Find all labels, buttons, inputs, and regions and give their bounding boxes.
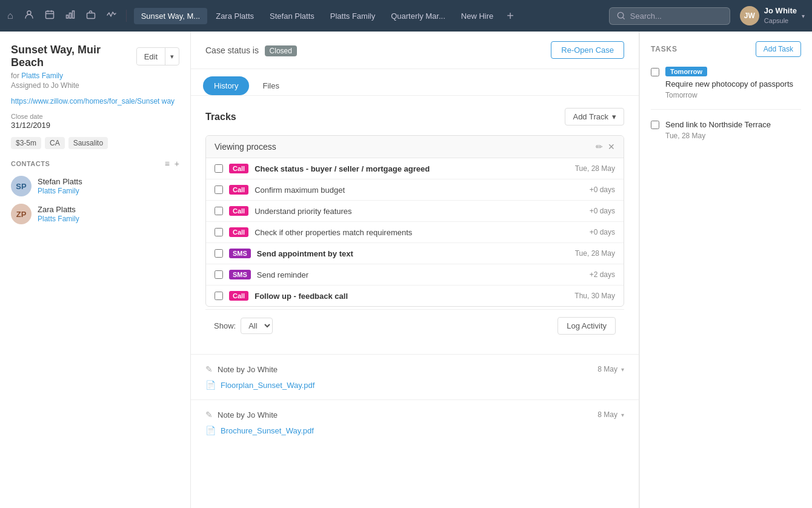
calendar-icon[interactable]: [45, 10, 55, 22]
user-info: Jo White Capsule: [764, 6, 797, 25]
note-author-0: ✎ Note by Jo White: [205, 364, 278, 374]
add-task-button[interactable]: Add Task: [756, 41, 801, 57]
tag-price[interactable]: $3-5m: [11, 137, 41, 149]
show-select[interactable]: All: [241, 318, 273, 334]
nav-tabs: Sunset Way, M... Zara Platts Stefan Plat…: [134, 7, 607, 25]
track-item-date-5: +2 days: [590, 270, 615, 279]
activity-icon[interactable]: [107, 10, 116, 22]
note-file-link-0[interactable]: 📄 Floorplan_Sunset_Way.pdf: [205, 380, 624, 390]
home-icon[interactable]: ⌂: [7, 10, 13, 21]
briefcase-icon[interactable]: [86, 10, 96, 22]
contacts-add-icon[interactable]: +: [175, 159, 179, 169]
track-badge-call-0: Call: [229, 164, 248, 173]
tab-history[interactable]: History: [203, 76, 249, 95]
note-chevron-icon-1[interactable]: ▾: [621, 412, 624, 418]
track-item-date-4: Tue, 28 May: [575, 249, 615, 258]
contact-org-zara[interactable]: Platts Family: [38, 215, 79, 223]
show-filter: Show: All: [214, 318, 273, 334]
track-checkbox-2[interactable]: [215, 207, 223, 215]
tab-files[interactable]: Files: [251, 76, 290, 95]
note-item-0: ✎ Note by Jo White 8 May ▾ 📄 Floorplan_S…: [191, 354, 639, 399]
track-checkbox-6[interactable]: [215, 292, 223, 300]
nav-tab-sunset[interactable]: Sunset Way, M...: [134, 8, 208, 24]
add-track-button[interactable]: Add Track ▾: [565, 108, 624, 125]
close-date-label: Close date: [11, 113, 179, 120]
task-content-0: Tomorrow Require new photocopy of passpo…: [665, 67, 801, 99]
note-edit-icon-0: ✎: [205, 364, 213, 374]
task-checkbox-1[interactable]: [651, 121, 659, 129]
main-content: Case status is Closed Re-Open Case Histo…: [191, 32, 639, 508]
nav-tab-newhire[interactable]: New Hire: [454, 8, 501, 24]
track-close-icon[interactable]: ✕: [608, 142, 615, 152]
contacts-list-icon[interactable]: ≡: [165, 159, 170, 169]
svg-rect-5: [87, 13, 95, 19]
note-header-0: ✎ Note by Jo White 8 May ▾: [205, 364, 624, 374]
track-checkbox-1[interactable]: [215, 185, 223, 194]
nav-tab-stefan[interactable]: Stefan Platts: [262, 8, 322, 24]
note-date-1: 8 May ▾: [597, 410, 624, 419]
contact-avatar-zara: ZP: [11, 204, 32, 224]
svg-rect-2: [66, 15, 68, 18]
search-input[interactable]: [630, 12, 721, 21]
track-item-date-6: Thu, 30 May: [574, 292, 615, 300]
track-item-text-2: Understand priority features: [255, 207, 583, 216]
tasks-title: TASKS: [651, 45, 677, 53]
track-checkbox-5[interactable]: [215, 270, 223, 279]
tasks-header: TASKS Add Task: [651, 41, 801, 57]
tags-container: $3-5m CA Sausalito: [11, 137, 179, 149]
track-badge-call-3: Call: [229, 227, 248, 237]
user-menu-chevron-icon: ▾: [802, 13, 805, 19]
assigned-to: Assigned to Jo White: [11, 81, 179, 90]
track-item-0: Call Check status - buyer / seller / mor…: [206, 158, 624, 179]
case-status-info: Case status is Closed: [205, 45, 297, 55]
sidebar-title-row: Sunset Way, Muir Beach Edit ▾: [11, 44, 179, 69]
task-title-0: Require new photocopy of passports: [665, 79, 801, 90]
org-link[interactable]: Platts Family: [21, 72, 63, 80]
contacts-actions: ≡ +: [165, 159, 179, 169]
track-checkbox-0[interactable]: [215, 164, 223, 173]
track-checkbox-4[interactable]: [215, 249, 223, 258]
tag-state[interactable]: CA: [45, 137, 65, 149]
track-item-text-3: Check if other properties match requirem…: [255, 228, 583, 237]
nav-tab-quarterly[interactable]: Quarterly Mar...: [384, 8, 453, 24]
note-chevron-icon-0[interactable]: ▾: [621, 366, 624, 373]
property-link[interactable]: https://www.zillow.com/homes/for_sale/Su…: [11, 96, 179, 107]
track-item-5: SMS Send reminder +2 days: [206, 264, 624, 286]
user-name: Jo White: [764, 6, 797, 16]
person-icon[interactable]: [24, 10, 34, 22]
track-badge-call-6: Call: [229, 291, 248, 301]
note-date-0: 8 May ▾: [597, 365, 624, 373]
note-file-link-1[interactable]: 📄 Brochure_Sunset_Way.pdf: [205, 426, 624, 435]
contact-name-stefan: Stefan Platts: [38, 177, 82, 186]
track-item-date-1: +0 days: [590, 185, 615, 194]
contact-org-stefan[interactable]: Platts Family: [38, 187, 79, 195]
tag-city[interactable]: Sausalito: [68, 137, 108, 149]
svg-rect-3: [69, 13, 71, 19]
pdf-icon-1: 📄: [205, 426, 216, 435]
svg-rect-1: [45, 12, 53, 19]
content-tabs: History Files: [191, 69, 639, 96]
nav-tab-zara[interactable]: Zara Platts: [208, 8, 261, 24]
track-item-date-0: Tue, 28 May: [575, 164, 615, 173]
search-container: [609, 7, 730, 25]
nav-tab-platts[interactable]: Platts Family: [323, 8, 382, 24]
add-tab-button[interactable]: +: [502, 7, 519, 25]
log-activity-button[interactable]: Log Activity: [557, 317, 616, 335]
track-badge-call-1: Call: [229, 185, 248, 195]
sidebar-for: for Platts Family: [11, 72, 179, 80]
track-badge-call-2: Call: [229, 206, 248, 216]
show-label: Show:: [214, 321, 236, 330]
track-edit-icon[interactable]: ✏: [596, 142, 603, 152]
note-item-1: ✎ Note by Jo White 8 May ▾ 📄 Brochure_Su…: [191, 399, 639, 445]
track-checkbox-3[interactable]: [215, 228, 223, 236]
user-menu[interactable]: JW Jo White Capsule ▾: [740, 6, 805, 25]
chart-icon[interactable]: [65, 10, 75, 22]
edit-dropdown-button[interactable]: ▾: [165, 50, 179, 64]
edit-button[interactable]: Edit: [137, 49, 165, 64]
task-checkbox-0[interactable]: [651, 68, 659, 76]
user-avatar: JW: [740, 6, 759, 25]
case-status-text: Case status is: [205, 45, 259, 55]
task-item-1: Send link to Northside Terrace Tue, 28 M…: [651, 119, 801, 140]
nav-icon-group: ⌂: [7, 10, 127, 22]
reopen-case-button[interactable]: Re-Open Case: [551, 41, 624, 59]
